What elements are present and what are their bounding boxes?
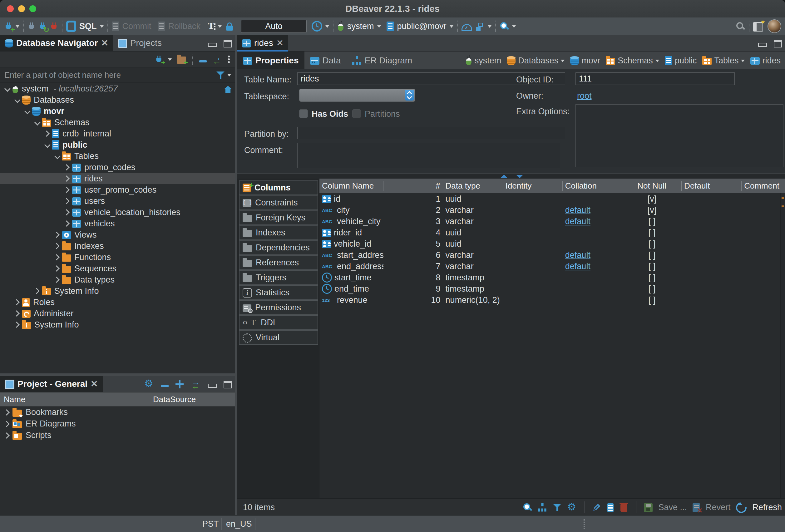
active-connection-combo[interactable]: system bbox=[337, 22, 381, 31]
grid-header-comment[interactable]: Comment bbox=[742, 181, 785, 191]
section-tab-triggers[interactable]: Triggers bbox=[239, 270, 318, 285]
project-item-scripts[interactable]: Scripts bbox=[0, 430, 235, 441]
collapse-all-icon[interactable] bbox=[161, 385, 169, 387]
tree-item-databases[interactable]: Databases bbox=[0, 94, 235, 105]
partitions-checkbox[interactable] bbox=[352, 109, 361, 118]
chevron-right-icon[interactable] bbox=[43, 130, 50, 137]
minimize-panel-icon[interactable] bbox=[208, 43, 217, 47]
chevron-down-icon[interactable] bbox=[15, 97, 21, 103]
collapse-all-icon[interactable] bbox=[199, 60, 207, 62]
chevron-down-icon[interactable] bbox=[218, 25, 222, 30]
grid-header-not-null[interactable]: Not Null bbox=[622, 181, 682, 191]
subtab-data[interactable]: Data bbox=[304, 52, 347, 70]
section-tab-virtual[interactable]: Virtual bbox=[239, 330, 318, 345]
commit-mode-combo[interactable]: Auto bbox=[241, 20, 307, 33]
tree-item-functions[interactable]: Functions bbox=[0, 252, 235, 263]
collapse-down-icon[interactable] bbox=[516, 175, 523, 178]
active-database-combo[interactable]: public@movr bbox=[386, 22, 453, 31]
dashboard-icon[interactable] bbox=[461, 24, 472, 31]
tree-item-vehicle-location-histories[interactable]: vehicle_location_histories bbox=[0, 207, 235, 218]
grid-header-collation[interactable]: Collation bbox=[563, 181, 622, 191]
partition-by-input[interactable] bbox=[297, 127, 565, 139]
chevron-right-icon[interactable] bbox=[3, 409, 10, 415]
breadcrumb-item-databases[interactable]: Databases bbox=[507, 56, 564, 66]
save-icon[interactable] bbox=[644, 503, 653, 512]
tree-item-users[interactable]: users bbox=[0, 196, 235, 207]
grid-row-end-address[interactable]: end_address7varchardefault[ ] bbox=[320, 261, 785, 272]
tablespace-select[interactable] bbox=[299, 88, 415, 102]
chevron-right-icon[interactable] bbox=[53, 243, 60, 249]
object-filter-input[interactable] bbox=[4, 70, 216, 80]
chevron-down-icon[interactable] bbox=[24, 108, 31, 114]
object-id-input[interactable] bbox=[576, 72, 735, 85]
breadcrumb-item-system[interactable]: system bbox=[465, 56, 502, 66]
link-with-editor-icon[interactable] bbox=[212, 55, 222, 64]
breadcrumb-item-public[interactable]: public bbox=[665, 56, 697, 66]
section-tab-constraints[interactable]: Constraints bbox=[239, 196, 318, 210]
collapse-up-icon[interactable] bbox=[501, 175, 507, 178]
tree-item-promo-codes[interactable]: promo_codes bbox=[0, 162, 235, 173]
extra-options-textarea[interactable] bbox=[576, 104, 783, 167]
save-button[interactable]: Save ... bbox=[658, 503, 687, 512]
tree-item-rides[interactable]: rides bbox=[0, 173, 235, 184]
expand-all-icon[interactable] bbox=[176, 380, 184, 388]
has-oids-checkbox[interactable] bbox=[299, 109, 308, 118]
grid-settings-icon[interactable] bbox=[567, 502, 577, 512]
chevron-right-icon[interactable] bbox=[14, 299, 20, 305]
chevron-down-icon[interactable] bbox=[377, 25, 381, 30]
perspective-icon[interactable] bbox=[753, 22, 763, 31]
grid-row-city[interactable]: city2varchardefault[v] bbox=[320, 204, 785, 216]
edit-icon[interactable] bbox=[592, 503, 602, 512]
subtab-properties[interactable]: Properties bbox=[237, 52, 304, 70]
transaction-log-button[interactable] bbox=[208, 22, 222, 31]
revert-button[interactable]: Revert bbox=[706, 503, 731, 512]
grid-row-revenue[interactable]: revenue10numeric(10, 2)[ ] bbox=[320, 295, 785, 306]
chevron-right-icon[interactable] bbox=[64, 209, 70, 216]
timezone-indicator[interactable]: PST bbox=[202, 516, 219, 532]
tab-database-navigator[interactable]: Database Navigator ✕ bbox=[0, 35, 113, 51]
minimize-panel-icon[interactable] bbox=[208, 384, 217, 388]
minimize-editor-icon[interactable] bbox=[758, 43, 767, 47]
sql-editor-button[interactable]: SQL bbox=[66, 21, 104, 32]
quick-search-icon[interactable] bbox=[736, 22, 745, 31]
comment-textarea[interactable] bbox=[297, 143, 560, 168]
grid-header-column-name[interactable]: Column Name bbox=[320, 181, 383, 191]
section-tab-dependencies[interactable]: Dependencies bbox=[239, 240, 318, 255]
chevron-right-icon[interactable] bbox=[53, 232, 60, 238]
tree-item-system[interactable]: system- localhost:26257 bbox=[0, 83, 235, 94]
metadata-search-button[interactable] bbox=[500, 22, 516, 31]
section-tab-indexes[interactable]: Indexes bbox=[239, 225, 318, 240]
chevron-down-icon[interactable] bbox=[16, 25, 19, 30]
delete-icon[interactable] bbox=[621, 504, 627, 512]
section-tab-statistics[interactable]: Statistics bbox=[239, 285, 318, 300]
chevron-right-icon[interactable] bbox=[53, 277, 60, 283]
commit-button[interactable]: Commit bbox=[112, 22, 151, 31]
owner-link[interactable]: root bbox=[577, 91, 592, 101]
section-tab-foreign-keys[interactable]: Foreign Keys bbox=[239, 210, 318, 225]
tree-item-data-types[interactable]: Data types bbox=[0, 274, 235, 285]
chevron-right-icon[interactable] bbox=[64, 175, 70, 182]
grid-row-vehicle-city[interactable]: vehicle_city3varchardefault[ ] bbox=[320, 216, 785, 227]
tree-item-schemas[interactable]: Schemas bbox=[0, 117, 235, 128]
breadcrumb-item-rides[interactable]: rides bbox=[750, 56, 781, 66]
grid-header-identity[interactable]: Identity bbox=[503, 181, 563, 191]
gear-icon[interactable] bbox=[144, 379, 154, 389]
grid-header-data-type[interactable]: Data type bbox=[443, 181, 503, 191]
new-connection-button[interactable]: + bbox=[4, 22, 19, 31]
chevron-right-icon[interactable] bbox=[64, 198, 70, 204]
tree-item-sequences[interactable]: Sequences bbox=[0, 263, 235, 274]
grid-scrollbar[interactable] bbox=[780, 193, 785, 499]
grid-layout-icon[interactable] bbox=[538, 503, 547, 512]
grid-row-id[interactable]: id1uuid[v] bbox=[320, 193, 785, 204]
tree-item-user-promo-codes[interactable]: user_promo_codes bbox=[0, 184, 235, 196]
grid-row-vehicle-id[interactable]: vehicle_id5uuid[ ] bbox=[320, 238, 785, 250]
grid-row-end-time[interactable]: end_time9timestamp[ ] bbox=[320, 283, 785, 295]
new-connection-icon[interactable]: + bbox=[155, 55, 163, 64]
chevron-right-icon[interactable] bbox=[53, 265, 60, 272]
link-with-editor-icon[interactable] bbox=[191, 379, 201, 389]
collation-default-link[interactable]: default bbox=[565, 217, 590, 226]
chevron-down-icon[interactable] bbox=[4, 85, 10, 92]
chevron-down-icon[interactable] bbox=[488, 25, 491, 30]
avatar[interactable] bbox=[767, 19, 781, 33]
chevron-down-icon[interactable] bbox=[44, 142, 51, 148]
